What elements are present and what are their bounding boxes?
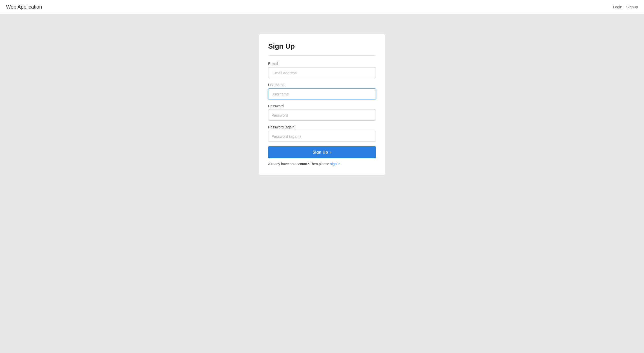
signup-card: Sign Up E-mail Username Password Passwor… [259, 34, 385, 175]
signin-prompt-text: Already have an account? Then please [268, 162, 330, 166]
password-again-input[interactable] [268, 131, 376, 142]
signup-nav-link[interactable]: Signup [626, 5, 638, 9]
nav-links: Login Signup [613, 5, 638, 9]
username-input[interactable] [268, 88, 376, 99]
password-label: Password [268, 104, 376, 108]
email-group: E-mail [268, 62, 376, 78]
app-brand: Web Application [6, 4, 42, 10]
password-input[interactable] [268, 110, 376, 121]
email-label: E-mail [268, 62, 376, 66]
password-again-label: Password (again) [268, 125, 376, 129]
navbar: Web Application Login Signup [0, 0, 644, 14]
email-input[interactable] [268, 67, 376, 78]
username-label: Username [268, 83, 376, 87]
password-again-group: Password (again) [268, 125, 376, 142]
signin-link[interactable]: sign in [330, 162, 340, 166]
signin-suffix: . [340, 162, 341, 166]
username-group: Username [268, 83, 376, 99]
card-divider [268, 55, 376, 56]
login-nav-link[interactable]: Login [613, 5, 622, 9]
main-content: Sign Up E-mail Username Password Passwor… [0, 14, 644, 353]
signin-prompt: Already have an account? Then please sig… [268, 162, 376, 166]
signup-title: Sign Up [268, 42, 376, 50]
password-group: Password [268, 104, 376, 121]
signup-button[interactable]: Sign Up » [268, 146, 376, 158]
